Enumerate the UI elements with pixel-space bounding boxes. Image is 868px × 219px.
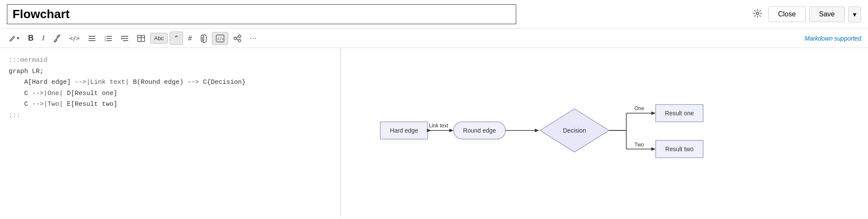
diagram-icon xyxy=(234,35,241,42)
code-line-2: graph LR; xyxy=(9,66,332,77)
brush-button[interactable]: ▾ xyxy=(5,32,23,44)
code-line-6: ::: xyxy=(9,110,332,121)
list-icon xyxy=(88,35,96,42)
save-dropdown-button[interactable]: ▾ xyxy=(848,6,861,22)
ordered-list-button[interactable]: 1. 2. 3. xyxy=(101,33,116,44)
svg-marker-57 xyxy=(427,129,431,132)
snippet-icon: </> xyxy=(216,35,224,42)
svg-text:Result two: Result two xyxy=(665,146,694,152)
code-line-5: C -->|Two| E[Result two] xyxy=(9,99,332,110)
svg-text:Two: Two xyxy=(634,142,644,148)
svg-marker-40 xyxy=(535,129,539,132)
svg-marker-47 xyxy=(651,111,656,115)
arrows-button[interactable]: ⌃ xyxy=(170,32,183,45)
code-line-1: :::mermaid xyxy=(9,55,332,66)
svg-text:Result one: Result one xyxy=(665,110,694,117)
code-line-3: A[Hard edge] -->|Link text| B(Round edge… xyxy=(9,77,332,88)
flowchart-svg: Hard edge Link text Round edge Decision xyxy=(367,85,842,180)
attach-button[interactable] xyxy=(197,32,210,45)
svg-point-28 xyxy=(238,35,241,38)
markdown-link[interactable]: Markdown supported. xyxy=(805,35,863,42)
list-button[interactable] xyxy=(85,33,99,44)
settings-icon xyxy=(753,9,762,18)
diagram-button[interactable] xyxy=(230,32,245,44)
svg-text:3.: 3. xyxy=(104,39,106,42)
svg-line-5 xyxy=(754,10,755,11)
svg-point-29 xyxy=(238,39,241,42)
snippet-button[interactable]: </> xyxy=(212,32,228,45)
indent-icon xyxy=(121,35,129,42)
indent-button[interactable] xyxy=(117,33,132,44)
title-input[interactable] xyxy=(7,4,516,24)
header-actions: Close Save ▾ xyxy=(750,6,861,23)
ordered-list-icon: 1. 2. 3. xyxy=(104,35,112,42)
svg-line-31 xyxy=(237,39,238,40)
settings-button[interactable] xyxy=(750,6,765,23)
svg-text:One: One xyxy=(634,105,644,111)
flowchart-container: Hard edge Link text Round edge Decision xyxy=(354,57,855,208)
svg-text:Hard edge: Hard edge xyxy=(390,127,418,134)
svg-line-6 xyxy=(759,15,761,16)
more-button[interactable]: ··· xyxy=(246,32,260,44)
editor-pane[interactable]: :::mermaid graph LR; A[Hard edge] -->|Li… xyxy=(0,48,341,217)
close-button[interactable]: Close xyxy=(768,6,806,22)
inline-code-button[interactable]: </> xyxy=(66,33,83,44)
svg-point-0 xyxy=(756,12,759,15)
preview-pane: Hard edge Link text Round edge Decision xyxy=(341,48,868,217)
hash-button[interactable]: # xyxy=(185,32,196,44)
attach-icon xyxy=(201,34,207,43)
link-icon xyxy=(53,35,61,42)
toolbar: ▾ B I </> 1. 2. 3. xyxy=(0,29,868,48)
svg-text:</>: </> xyxy=(217,37,224,41)
svg-line-8 xyxy=(754,15,755,16)
table-icon xyxy=(137,35,145,42)
svg-line-30 xyxy=(237,37,238,38)
save-button[interactable]: Save xyxy=(809,6,845,22)
text-button[interactable]: Abc xyxy=(150,33,167,44)
svg-line-7 xyxy=(759,10,761,11)
link-button[interactable] xyxy=(50,32,64,44)
svg-marker-36 xyxy=(449,129,454,132)
brush-icon xyxy=(9,35,16,42)
svg-point-27 xyxy=(234,37,237,40)
header: Close Save ▾ xyxy=(0,0,868,29)
main-content: :::mermaid graph LR; A[Hard edge] -->|Li… xyxy=(0,48,868,217)
svg-text:Decision: Decision xyxy=(563,127,586,134)
code-line-4: C -->|One| D[Result one] xyxy=(9,88,332,99)
svg-text:Link text: Link text xyxy=(429,123,448,129)
table-button[interactable] xyxy=(134,33,148,44)
svg-marker-54 xyxy=(651,147,656,151)
svg-text:Round edge: Round edge xyxy=(463,127,496,134)
bold-button[interactable]: B xyxy=(25,32,37,45)
italic-button[interactable]: I xyxy=(39,32,48,45)
